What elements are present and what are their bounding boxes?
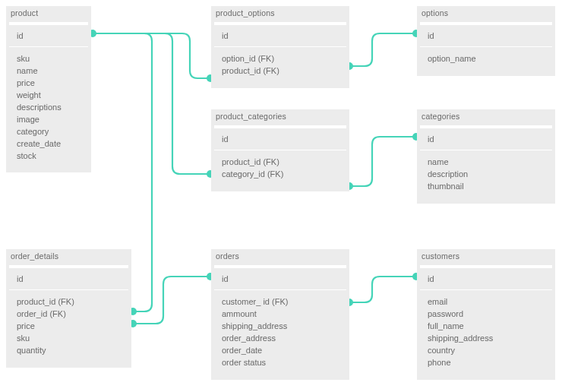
field: email <box>428 296 545 308</box>
field: password <box>428 308 545 321</box>
field: option_id (FK) <box>222 53 339 65</box>
field: product_id (FK) <box>222 65 339 77</box>
field: order_address <box>222 333 339 345</box>
entity-order-details: order_details id product_id (FK)order_id… <box>6 249 131 368</box>
field: order status <box>222 357 339 369</box>
entity-options: options id option_name <box>417 6 555 76</box>
entity-fields: option_name <box>420 47 552 73</box>
entity-orders: orders id customer_ id (FK)ammountshippi… <box>211 249 349 380</box>
entity-fields: namedescriptionthumbnail <box>420 150 552 201</box>
entity-title: options <box>417 6 555 22</box>
field: order_date <box>222 345 339 357</box>
field: product_id (FK) <box>222 156 339 169</box>
pk-field: id <box>420 22 552 47</box>
field: phone <box>428 357 545 369</box>
field: name <box>428 156 545 169</box>
field: order_id (FK) <box>17 308 121 321</box>
entity-product-options: product_options id option_id (FK)product… <box>211 6 349 88</box>
entity-fields: customer_ id (FK)ammountshipping_address… <box>214 290 346 377</box>
field: sku <box>17 53 81 65</box>
field: weight <box>17 90 81 102</box>
field: product_id (FK) <box>17 296 121 308</box>
entity-customers: customers id emailpasswordfull_nameshipp… <box>417 249 555 380</box>
entity-fields: product_id (FK)category_id (FK) <box>214 150 346 188</box>
field: country <box>428 345 545 357</box>
entity-fields: skunamepriceweightdescriptionsimagecateg… <box>9 47 88 169</box>
entity-title: product_options <box>211 6 349 22</box>
field: descriptions <box>17 102 81 114</box>
field: sku <box>17 333 121 345</box>
field: quantity <box>17 345 121 357</box>
field: option_name <box>428 53 545 65</box>
field: ammount <box>222 308 339 321</box>
pk-field: id <box>420 265 552 290</box>
entity-title: product <box>6 6 91 22</box>
entity-fields: emailpasswordfull_nameshipping_addressco… <box>420 290 552 377</box>
entity-fields: option_id (FK)product_id (FK) <box>214 47 346 85</box>
field: description <box>428 169 545 181</box>
entity-title: categories <box>417 109 555 125</box>
pk-field: id <box>9 22 88 47</box>
field: name <box>17 65 81 77</box>
field: price <box>17 77 81 90</box>
pk-field: id <box>214 22 346 47</box>
entity-product-categories: product_categories id product_id (FK)cat… <box>211 109 349 191</box>
field: image <box>17 114 81 126</box>
field: customer_ id (FK) <box>222 296 339 308</box>
field: category_id (FK) <box>222 169 339 181</box>
entity-product: product id skunamepriceweightdescription… <box>6 6 91 172</box>
field: full_name <box>428 321 545 333</box>
pk-field: id <box>214 265 346 290</box>
entity-title: customers <box>417 249 555 265</box>
field: category <box>17 126 81 138</box>
field: shipping_address <box>428 333 545 345</box>
entity-title: product_categories <box>211 109 349 125</box>
entity-title: order_details <box>6 249 131 265</box>
field: thumbnail <box>428 181 545 193</box>
pk-field: id <box>9 265 128 290</box>
field: stock <box>17 150 81 163</box>
entity-fields: product_id (FK)order_id (FK)priceskuquan… <box>9 290 128 365</box>
field: price <box>17 321 121 333</box>
field: shipping_address <box>222 321 339 333</box>
pk-field: id <box>214 125 346 150</box>
field: create_date <box>17 138 81 150</box>
pk-field: id <box>420 125 552 150</box>
entity-categories: categories id namedescriptionthumbnail <box>417 109 555 204</box>
entity-title: orders <box>211 249 349 265</box>
